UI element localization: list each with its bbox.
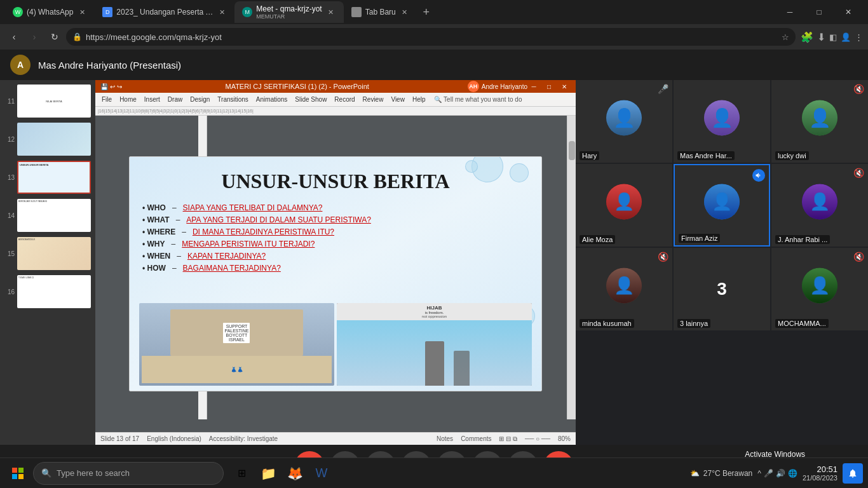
minda-mic-icon: 🔇: [658, 252, 668, 262]
slide-thumb-16[interactable]: 16 TUGAS UJIAN CJ: [3, 273, 93, 310]
tab-newtab-label: Tab Baru: [365, 8, 396, 17]
slide-display: |11|12|13|14|15|16| UNSUR-UNSUR BERITA •…: [95, 116, 576, 432]
anhar-avatar: 👤: [802, 184, 837, 219]
meet-favicon: M: [242, 7, 252, 17]
tab-meet-close[interactable]: ✕: [326, 7, 336, 17]
volume-icon[interactable]: 🔊: [776, 469, 785, 478]
participant-hary[interactable]: 👤 Hary 🎤: [576, 80, 672, 163]
ppt-menu-view[interactable]: View: [387, 95, 409, 104]
settings-icon[interactable]: ⋮: [855, 32, 863, 42]
participant-grid: 👤 Hary 🎤 👤 Mas Andre Har... 👤 l: [576, 80, 868, 445]
ppt-icons: 💾 ↩ ↪: [100, 83, 122, 90]
tab-newtab-close[interactable]: ✕: [400, 7, 410, 17]
ppt-close[interactable]: ✕: [558, 82, 571, 91]
participant-anhar[interactable]: 👤 J. Anhar Rabi ... 🔇: [771, 164, 868, 247]
task-view-button[interactable]: ⊞: [229, 461, 254, 486]
extensions-icon[interactable]: 🧩: [801, 31, 813, 43]
network-icon[interactable]: 🌐: [788, 469, 797, 478]
andre-name: Mas Andre Har...: [677, 151, 735, 160]
presenter-avatar: A: [10, 55, 31, 75]
url-bar[interactable]: 🔒 https://meet.google.com/qma-krjz-yot ☆: [66, 28, 796, 46]
ppt-menu-slideshow[interactable]: Slide Show: [291, 95, 330, 104]
hary-name: Hary: [580, 151, 599, 160]
presenter-name: Mas Andre Hariyanto (Presentasi): [38, 60, 181, 71]
participant-lucky[interactable]: 👤 lucky dwi 🔇: [771, 80, 868, 163]
svg-rect-0: [12, 468, 17, 473]
ppt-menu-home[interactable]: Home: [116, 95, 140, 104]
slide-thumb-13[interactable]: 13 UNSUR-UNSUR BERITA: [3, 159, 93, 196]
tab-meet[interactable]: M Meet - qma-krjz-yot MEMUTAR ✕: [234, 1, 343, 23]
accessibility-indicator: Accessibility: Investigate: [209, 435, 278, 442]
hary-mic-icon: 🎤: [658, 84, 668, 94]
back-button[interactable]: ‹: [5, 28, 23, 46]
mic-tray-icon[interactable]: 🎤: [764, 469, 773, 478]
address-bar: ‹ › ↻ 🔒 https://meet.google.com/qma-krjz…: [0, 24, 868, 50]
tab-meet-sublabel: MEMUTAR: [256, 13, 322, 20]
ppt-minimize[interactable]: ─: [527, 82, 540, 91]
taskbar-search[interactable]: 🔍 Type here to search: [33, 462, 224, 485]
tab-undangan-close[interactable]: ✕: [217, 7, 227, 17]
slide-panel[interactable]: 11 NILAI BERITA 12 13 UNSUR-UNSUR BERITA: [0, 80, 95, 445]
slide-thumb-12[interactable]: 12: [3, 121, 93, 158]
ppt-menu-insert[interactable]: Insert: [140, 95, 164, 104]
mocha-avatar: 👤: [802, 268, 837, 303]
sidebar-icon[interactable]: ◧: [829, 32, 837, 42]
start-button[interactable]: [5, 461, 31, 486]
slide-title: UNSUR-UNSUR BERITA: [142, 170, 529, 193]
reload-button[interactable]: ↻: [46, 28, 64, 46]
tab-whatsapp-close[interactable]: ✕: [77, 7, 87, 17]
participant-minda[interactable]: 👤 minda kusumah 🔇: [576, 248, 672, 330]
weather-text: 27°C Berawan: [703, 469, 753, 478]
ppt-win-controls: ─ □ ✕: [527, 82, 571, 91]
ppt-menu-review[interactable]: Review: [359, 95, 388, 104]
firefox-icon[interactable]: 🦊: [282, 461, 308, 486]
ppt-restore[interactable]: □: [543, 82, 555, 91]
participant-alie[interactable]: 👤 Alie Moza: [576, 164, 672, 247]
zoom-level: 80%: [558, 435, 571, 442]
ppt-menu-record[interactable]: Record: [330, 95, 358, 104]
forward-button[interactable]: ›: [25, 28, 43, 46]
ppt-menu-animations[interactable]: Animations: [252, 95, 291, 104]
tab-whatsapp[interactable]: W (4) WhatsApp ✕: [5, 1, 95, 23]
close-window-button[interactable]: ✕: [834, 0, 863, 24]
sys-tray: ⛅ 27°C Berawan: [690, 469, 753, 478]
chevron-icon[interactable]: ^: [757, 469, 761, 478]
url-text: https://meet.google.com/qma-krjz-yot: [86, 32, 773, 42]
bookmark-icon[interactable]: ☆: [782, 32, 789, 42]
minimize-button[interactable]: ─: [775, 0, 804, 24]
clock[interactable]: 20:51 21/08/2023: [803, 464, 837, 482]
downloads-icon[interactable]: ⬇: [817, 31, 825, 43]
participant-firman[interactable]: 👤 Firman Aziz: [674, 164, 770, 247]
file-explorer-icon[interactable]: 📁: [255, 461, 281, 486]
alie-name: Alie Moza: [580, 235, 615, 244]
ppt-menu-transitions[interactable]: Transitions: [214, 95, 252, 104]
slide-thumb-14[interactable]: 14 BERITA DARI SUDUT PANDANG: [3, 197, 93, 234]
slide-thumb-15[interactable]: 15 AGENDA MODULE: [3, 235, 93, 272]
slide-count: Slide 13 of 17: [100, 435, 139, 442]
ppt-menu-design[interactable]: Design: [186, 95, 214, 104]
participant-mas-andre[interactable]: 👤 Mas Andre Har...: [674, 80, 770, 163]
profiles-icon[interactable]: 👤: [841, 32, 851, 42]
participant-more[interactable]: 3 3 lainnya: [674, 248, 770, 330]
alie-avatar: 👤: [606, 184, 642, 219]
notification-button[interactable]: [843, 463, 863, 484]
tab-undangan[interactable]: D 2023_ Undangan Peserta Yudisium ... ✕: [95, 1, 234, 23]
zoom-slider[interactable]: ── ○ ──: [525, 435, 550, 442]
new-tab-button[interactable]: +: [417, 3, 435, 21]
slide-thumb-11[interactable]: 11 NILAI BERITA: [3, 83, 93, 119]
participant-mocha[interactable]: 👤 MOCHAMMA... 🔇: [771, 248, 868, 330]
svg-rect-1: [18, 468, 24, 473]
comments-btn[interactable]: Comments: [461, 435, 491, 442]
ppt-menu-help[interactable]: Help: [409, 95, 430, 104]
ppt-menu-file[interactable]: File: [98, 95, 116, 104]
slide-main: UNSUR-UNSUR BERITA • WHO–SIAPA YANG TERL…: [129, 156, 542, 391]
browser-chrome: W (4) WhatsApp ✕ D 2023_ Undangan Pesert…: [0, 0, 868, 50]
notes-btn[interactable]: Notes: [437, 435, 453, 442]
maximize-button[interactable]: □: [804, 0, 834, 24]
ppt-title: MATERI CJ SERTIFIKASI (1) (2) - PowerPoi…: [127, 83, 468, 90]
tab-newtab[interactable]: Tab Baru ✕: [344, 1, 417, 23]
ppt-menu-draw[interactable]: Draw: [164, 95, 186, 104]
clock-date: 21/08/2023: [803, 474, 837, 482]
word-icon[interactable]: W: [309, 461, 334, 486]
view-icons[interactable]: ⊞ ⊟ ⧉: [499, 435, 517, 443]
